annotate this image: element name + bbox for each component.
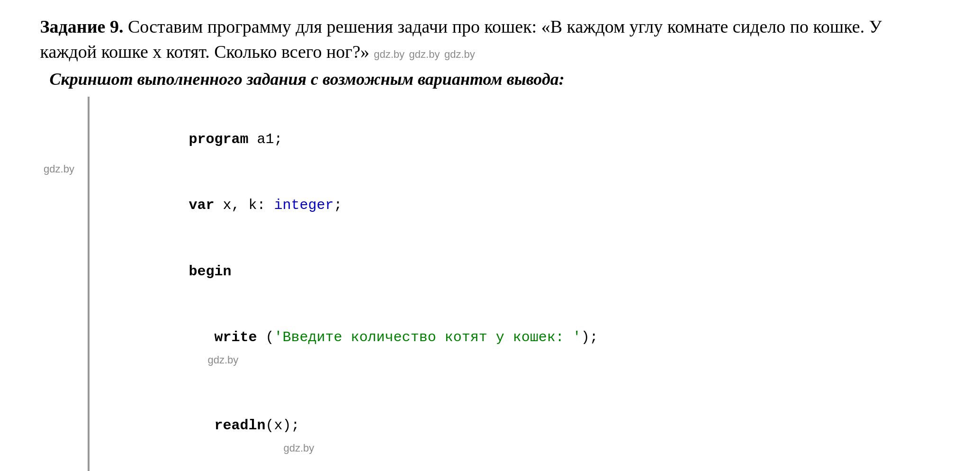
code-line-1: program a1; (104, 106, 926, 172)
keyword-var: var (189, 197, 215, 213)
watermark-left: gdz.by (40, 97, 88, 471)
code-line-3: begin (104, 238, 926, 305)
keyword-write: write (215, 329, 257, 345)
main-layout: gdz.by gdz.by program a1; var x, k: inte… (40, 97, 940, 471)
keyword-program: program (189, 131, 249, 147)
code-line-5: readln(x); gdz.by (104, 393, 926, 471)
task-header: Задание 9. Составим программу для решени… (40, 14, 940, 64)
keyword-begin: begin (189, 263, 232, 280)
watermark-1: gdz.by (374, 48, 405, 60)
task-number: Задание 9. (40, 17, 124, 36)
watermark-2: gdz.by (409, 48, 440, 60)
watermark-code2: gdz.by (284, 442, 315, 454)
keyword-readln: readln (215, 417, 266, 434)
screenshot-label: Скриншот выполненного задания с возможны… (50, 69, 940, 89)
string-prompt: 'Введите количество котят у кошек: ' (274, 329, 581, 345)
code-line-2: var x, k: integer; (104, 172, 926, 239)
page-content: Задание 9. Составим программу для решени… (40, 14, 940, 471)
code-line-4: write ('Введите количество котят у кошек… (104, 305, 926, 393)
watermark-3: gdz.by (444, 48, 475, 60)
watermark-code: gdz.by (208, 354, 239, 366)
type-integer: integer (274, 197, 334, 213)
code-editor: program a1; var x, k: integer; begin wri… (88, 97, 940, 471)
